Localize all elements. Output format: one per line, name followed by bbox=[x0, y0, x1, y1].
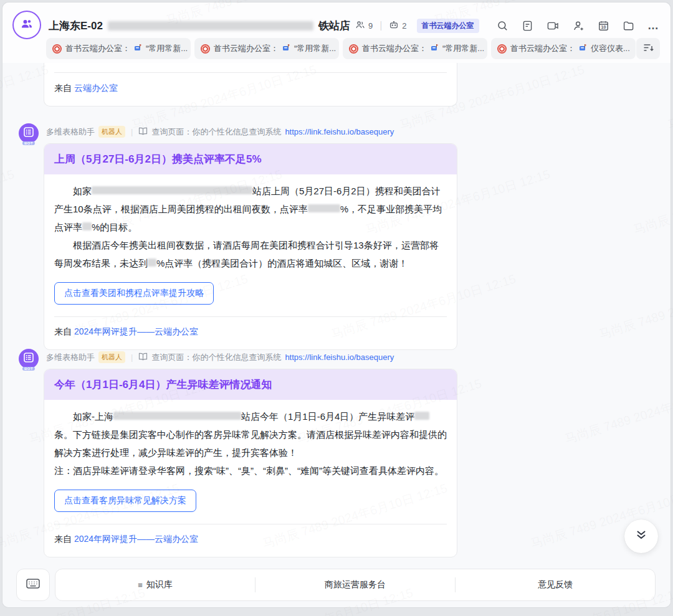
menu-list-icon: ≡ bbox=[138, 580, 143, 590]
bot-avatar[interactable]: BOT bbox=[19, 349, 39, 369]
card-divider bbox=[54, 72, 447, 73]
card-body: 如家-上海站店今年（1月1日-6月4日）产生异味差评条。下方链接是集团宾客中心制… bbox=[44, 400, 457, 557]
menu-item-knowledge-base[interactable]: ≡ 知识库 bbox=[55, 569, 255, 600]
query-page-label: 查询页面：你的个性化信息查询系统 bbox=[151, 126, 281, 138]
pinned-filter-button[interactable] bbox=[636, 38, 660, 59]
keyboard-toggle-button[interactable] bbox=[16, 569, 50, 601]
card-source-row: 来自 2024年网评提升——云端办公室 bbox=[54, 524, 447, 547]
sender-separator: | bbox=[129, 127, 135, 136]
card-paragraph: 注：酒店异味差评请登录华客网，搜索“味”、“臭”、“刺鼻”、“难闻”等关键词查看… bbox=[54, 462, 447, 480]
mailbox-emoji-icon bbox=[282, 44, 290, 54]
add-member-icon[interactable] bbox=[573, 20, 585, 32]
chip-sender: 首书云端办公室： bbox=[214, 43, 279, 54]
bot-count[interactable]: 2 bbox=[389, 20, 406, 32]
redacted-text bbox=[82, 222, 92, 230]
message-card-partial: 来自 云端办公室 bbox=[44, 63, 457, 107]
screen: 上海东E-02 铁站店 9 | bbox=[0, 0, 673, 616]
pinned-message-chip[interactable]: 首书云端办公室： “常用常新... bbox=[194, 38, 339, 59]
bot-menu-bar: ≡ 知识库 商旅运营服务台 意见反馈 bbox=[55, 569, 656, 601]
seal-emoji-icon bbox=[349, 44, 358, 54]
query-page-link[interactable]: https://link.feishu.io/basequery bbox=[285, 127, 394, 136]
redacted-text bbox=[92, 186, 252, 194]
org-badge[interactable]: 首书云端办公室 bbox=[417, 19, 479, 33]
chat-header: 上海东E-02 铁站店 9 | bbox=[2, 2, 671, 63]
members-icon bbox=[355, 20, 365, 32]
more-icon[interactable]: … bbox=[647, 19, 659, 32]
source-link[interactable]: 2024年网评提升——云端办公室 bbox=[74, 534, 198, 544]
seal-emoji-icon bbox=[52, 44, 62, 54]
robot-badge: 机器人 bbox=[98, 351, 125, 363]
mailbox-emoji-icon bbox=[579, 44, 587, 54]
chip-sender: 首书云端办公室： bbox=[510, 43, 575, 54]
card-action-button[interactable]: 点击查看美团和携程点评率提升攻略 bbox=[54, 282, 214, 305]
card-paragraphs: 如家站店上周（5月27日-6月2日）携程和美团合计产生10条点评，根据酒店上周美… bbox=[54, 182, 447, 272]
redacted-text bbox=[414, 412, 429, 420]
double-chevron-down-icon bbox=[634, 528, 648, 544]
people-group-icon bbox=[19, 16, 34, 34]
seal-emoji-icon bbox=[497, 44, 507, 54]
member-count[interactable]: 9 bbox=[355, 20, 373, 32]
redacted-title bbox=[108, 21, 313, 31]
query-page-link[interactable]: https://link.feishu.io/basequery bbox=[285, 353, 394, 362]
pinned-message-chip[interactable]: 首书云端办公室： “常用常新... bbox=[343, 38, 487, 59]
card-paragraph: 根据酒店今年携美出租间夜数据，请酒店每周在美团和携程合计引导13条好评，运营部将… bbox=[54, 236, 447, 272]
message-card: 上周（5月27日-6月2日）携美点评率不足5% 如家站店上周（5月27日-6月2… bbox=[44, 143, 457, 350]
message-sender-row: 多维表格助手 机器人 | 查询页面：你的个性化信息查询系统 https://li… bbox=[46, 126, 394, 138]
from-label: 来自 bbox=[54, 326, 72, 336]
folder-icon[interactable] bbox=[623, 20, 634, 32]
sender-name[interactable]: 多维表格助手 bbox=[46, 352, 95, 363]
card-title: 上周（5月27日-6月2日）携美点评率不足5% bbox=[44, 144, 457, 174]
pinned-message-chip[interactable]: 首书云端办公室： 仪容仪表... bbox=[491, 38, 636, 59]
chip-sender: 首书云端办公室： bbox=[362, 43, 427, 54]
keyboard-icon bbox=[26, 577, 41, 592]
chip-preview: “常用常新... bbox=[146, 43, 188, 54]
chip-preview: 仪容仪表... bbox=[591, 43, 630, 54]
scroll-to-bottom-button[interactable] bbox=[624, 519, 658, 553]
card-paragraph: 如家站店上周（5月27日-6月2日）携程和美团合计产生10条点评，根据酒店上周美… bbox=[54, 182, 447, 236]
calendar-day-number: 10 bbox=[601, 25, 606, 29]
card-body: 如家站店上周（5月27日-6月2日）携程和美团合计产生10条点评，根据酒店上周美… bbox=[44, 174, 457, 349]
source-link[interactable]: 云端办公室 bbox=[74, 83, 118, 93]
table-list-icon bbox=[23, 126, 34, 140]
menu-item-feedback[interactable]: 意见反馈 bbox=[456, 569, 655, 600]
seal-emoji-icon bbox=[201, 44, 210, 54]
chip-preview: “常用常新... bbox=[442, 43, 484, 54]
sender-separator: | bbox=[129, 353, 135, 362]
sender-name[interactable]: 多维表格助手 bbox=[46, 126, 95, 138]
search-icon[interactable] bbox=[497, 20, 508, 32]
source-link[interactable]: 2024年网评提升——云端办公室 bbox=[74, 326, 198, 336]
bot-tag: BOT bbox=[22, 367, 35, 371]
card-action-button[interactable]: 点击查看客房异味常见解决方案 bbox=[54, 490, 196, 512]
chat-title-prefix: 上海东E-02 bbox=[49, 19, 103, 33]
card-title: 今年（1月1日-6月4日）产生异味差评情况通知 bbox=[44, 369, 457, 400]
bot-tag: BOT bbox=[22, 141, 35, 145]
pinned-message-chip[interactable]: 首书云端办公室： “常用常新... bbox=[46, 38, 191, 59]
filter-lines-icon bbox=[643, 43, 654, 55]
from-label: 来自 bbox=[54, 534, 72, 544]
chat-title-suffix: 铁站店 bbox=[318, 19, 350, 33]
redacted-text bbox=[148, 258, 156, 267]
chip-sender: 首书云端办公室： bbox=[65, 43, 130, 54]
redacted-text bbox=[308, 204, 340, 212]
message-sender-row: 多维表格助手 机器人 | 查询页面：你的个性化信息查询系统 https://li… bbox=[46, 351, 394, 363]
chip-preview: “常用常新... bbox=[294, 43, 336, 54]
video-call-icon[interactable] bbox=[547, 20, 560, 32]
title-row: 上海东E-02 铁站店 9 | bbox=[49, 17, 479, 34]
group-avatar[interactable] bbox=[12, 11, 41, 39]
bot-avatar[interactable]: BOT bbox=[19, 123, 39, 143]
header-toolbar: 10 … bbox=[497, 19, 659, 32]
table-list-icon bbox=[23, 352, 34, 366]
pinned-message-row: 首书云端办公室： “常用常新... 首书云端办公室： “常用常新... 首书云端… bbox=[46, 38, 636, 59]
from-label: 来自 bbox=[54, 83, 72, 93]
mailbox-emoji-icon bbox=[431, 44, 439, 54]
book-icon bbox=[138, 353, 148, 362]
card-paragraphs: 如家-上海站店今年（1月1日-6月4日）产生异味差评条。下方链接是集团宾客中心制… bbox=[54, 407, 447, 480]
message-card: 今年（1月1日-6月4日）产生异味差评情况通知 如家-上海站店今年（1月1日-6… bbox=[44, 369, 457, 557]
message-list[interactable]: 来自 云端办公室 BOT 多维表格助手 机器人 | bbox=[2, 63, 671, 607]
chat-history-icon[interactable] bbox=[522, 20, 533, 32]
header-separator: | bbox=[378, 20, 384, 31]
redacted-text bbox=[113, 412, 241, 420]
menu-item-travel-service[interactable]: 商旅运营服务台 bbox=[255, 569, 455, 600]
chat-window: 上海东E-02 铁站店 9 | bbox=[2, 2, 671, 607]
calendar-icon[interactable]: 10 bbox=[598, 20, 609, 32]
